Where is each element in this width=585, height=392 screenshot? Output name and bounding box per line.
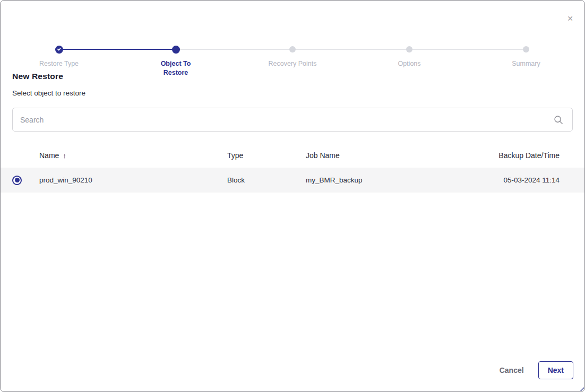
column-header-backup-datetime[interactable]: Backup Date/Time — [436, 151, 584, 160]
close-icon[interactable]: ✕ — [565, 13, 575, 24]
table-row[interactable]: prod_win_90210 Block my_BMR_backup 05-03… — [1, 168, 584, 193]
step-upcoming-icon — [523, 46, 529, 53]
footer-actions: Cancel Next — [500, 361, 573, 379]
next-button[interactable]: Next — [538, 361, 573, 379]
step-label: Options — [398, 59, 420, 68]
page-subtitle: Select object to restore — [12, 89, 573, 97]
step-current-icon — [172, 46, 180, 54]
wizard-stepper: Restore Type Object To Restore Recovery … — [1, 23, 584, 56]
column-header-type[interactable]: Type — [221, 151, 300, 160]
step-label: Object To Restore — [149, 59, 202, 77]
step-label: Recovery Points — [268, 59, 316, 68]
step-completed-icon — [55, 46, 63, 54]
cell-name: prod_win_90210 — [33, 176, 221, 184]
resize-grip[interactable] — [578, 385, 584, 391]
step-options: Options — [351, 23, 468, 77]
step-upcoming-icon — [406, 46, 412, 53]
step-recovery-points: Recovery Points — [234, 23, 351, 77]
search-box — [12, 108, 573, 132]
search-icon[interactable] — [551, 112, 566, 127]
step-label: Restore Type — [39, 59, 79, 68]
cell-job-name: my_BMR_backup — [300, 176, 436, 184]
step-restore-type[interactable]: Restore Type — [1, 23, 117, 77]
cell-backup-datetime: 05-03-2024 11:14 — [436, 176, 584, 184]
search-input[interactable] — [20, 116, 551, 124]
step-upcoming-icon — [289, 46, 296, 53]
new-restore-dialog: ✕ Restore Type Object To Restore Recover… — [0, 0, 585, 392]
table-header: Name ↑ Type Job Name Backup Date/Time — [1, 143, 584, 168]
sort-ascending-icon: ↑ — [63, 152, 66, 160]
cancel-button[interactable]: Cancel — [500, 366, 524, 374]
cell-type: Block — [221, 176, 300, 184]
row-radio-selected[interactable] — [12, 176, 22, 185]
step-label: Summary — [512, 59, 540, 68]
step-object-to-restore[interactable]: Object To Restore — [117, 23, 234, 77]
column-header-job-name[interactable]: Job Name — [300, 151, 436, 160]
step-summary: Summary — [468, 23, 584, 77]
column-header-name[interactable]: Name ↑ — [33, 151, 221, 160]
